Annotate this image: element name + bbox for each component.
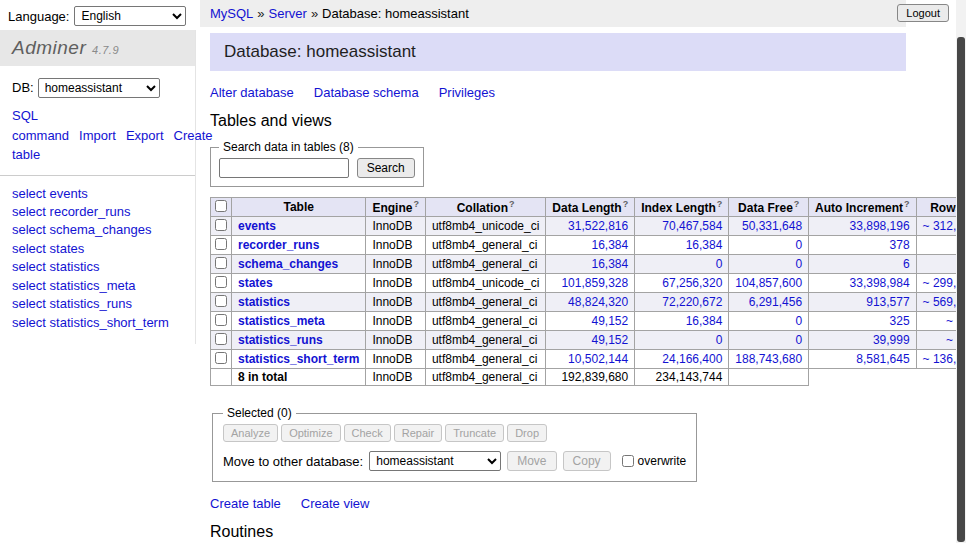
analyze-button[interactable]: Analyze: [223, 424, 278, 442]
auto-increment-link[interactable]: 8,581,645: [856, 352, 909, 366]
breadcrumb-link-server[interactable]: Server: [269, 6, 307, 21]
data-length-link[interactable]: 48,824,320: [568, 295, 628, 309]
create-link-create-table[interactable]: Create table: [210, 496, 281, 511]
table-link-statistics-meta[interactable]: statistics_meta: [238, 314, 325, 328]
data-free-link[interactable]: 0: [795, 314, 802, 328]
auto-increment-link[interactable]: 6: [903, 257, 910, 271]
table-link-schema-changes[interactable]: schema_changes: [238, 257, 338, 271]
row-checkbox[interactable]: [215, 276, 227, 288]
index-length-link[interactable]: 67,256,320: [662, 276, 722, 290]
scrollbar-thumb[interactable]: [957, 37, 965, 542]
data-free-link[interactable]: 0: [795, 257, 802, 271]
sidebar-select-statistics-meta[interactable]: select statistics_meta: [12, 277, 195, 295]
db-select[interactable]: homeassistant: [38, 78, 160, 98]
data-free-link[interactable]: 188,743,680: [735, 352, 802, 366]
data-free-cell: 0: [729, 236, 809, 255]
data-free-link[interactable]: 0: [795, 333, 802, 347]
table-link-statistics[interactable]: statistics: [238, 295, 290, 309]
auto-increment-link[interactable]: 33,398,984: [850, 276, 910, 290]
logout-button[interactable]: Logout: [897, 4, 949, 22]
data-length-link[interactable]: 49,152: [591, 333, 628, 347]
column-header-data-free[interactable]: Data Free?: [729, 198, 809, 217]
sidebar-select-statistics-short-term[interactable]: select statistics_short_term: [12, 314, 195, 332]
sidebar-action-sql-command[interactable]: SQL command: [12, 108, 69, 143]
row-checkbox[interactable]: [215, 257, 227, 269]
overwrite-checkbox[interactable]: [622, 455, 634, 467]
data-length-link[interactable]: 101,859,328: [561, 276, 628, 290]
auto-increment-link[interactable]: 378: [890, 238, 910, 252]
sidebar-action-import[interactable]: Import: [79, 128, 116, 143]
table-link-events[interactable]: events: [238, 219, 276, 233]
help-icon[interactable]: ?: [413, 199, 419, 209]
search-button[interactable]: Search: [357, 158, 415, 178]
data-free-link[interactable]: 6,291,456: [749, 295, 802, 309]
help-icon[interactable]: ?: [717, 199, 723, 209]
index-length-link[interactable]: 16,384: [686, 238, 723, 252]
optimize-button[interactable]: Optimize: [281, 424, 340, 442]
column-header-engine[interactable]: Engine?: [366, 198, 426, 217]
select-all-checkbox[interactable]: [215, 200, 227, 212]
sidebar-action-export[interactable]: Export: [126, 128, 164, 143]
sidebar-select-events[interactable]: select events: [12, 185, 195, 203]
column-header-table[interactable]: Table: [232, 198, 366, 217]
data-length-link[interactable]: 16,384: [591, 238, 628, 252]
db-action-database-schema[interactable]: Database schema: [314, 85, 419, 100]
move-db-select[interactable]: homeassistant: [369, 451, 501, 471]
row-checkbox[interactable]: [215, 352, 227, 364]
data-length-link[interactable]: 31,522,816: [568, 219, 628, 233]
table-link-statistics-runs[interactable]: statistics_runs: [238, 333, 323, 347]
sidebar-select-schema-changes[interactable]: select schema_changes: [12, 221, 195, 239]
index-length-link[interactable]: 72,220,672: [662, 295, 722, 309]
language-select[interactable]: English: [74, 6, 186, 26]
row-checkbox[interactable]: [215, 219, 227, 231]
create-link-create-view[interactable]: Create view: [301, 496, 370, 511]
sidebar-select-statistics-runs[interactable]: select statistics_runs: [12, 295, 195, 313]
row-checkbox[interactable]: [215, 295, 227, 307]
index-length-link[interactable]: 70,467,584: [662, 219, 722, 233]
column-header-index-length[interactable]: Index Length?: [635, 198, 729, 217]
index-length-link[interactable]: 0: [716, 333, 723, 347]
move-button[interactable]: Move: [507, 451, 556, 471]
row-checkbox[interactable]: [215, 314, 227, 326]
row-checkbox[interactable]: [215, 238, 227, 250]
table-link-states[interactable]: states: [238, 276, 273, 290]
copy-button[interactable]: Copy: [563, 451, 611, 471]
help-icon[interactable]: ?: [623, 199, 629, 209]
check-button[interactable]: Check: [344, 424, 391, 442]
repair-button[interactable]: Repair: [394, 424, 442, 442]
index-length-link[interactable]: 24,166,400: [662, 352, 722, 366]
help-icon[interactable]: ?: [794, 199, 800, 209]
drop-button[interactable]: Drop: [507, 424, 547, 442]
table-link-recorder-runs[interactable]: recorder_runs: [238, 238, 319, 252]
table-link-statistics-short-term[interactable]: statistics_short_term: [238, 352, 359, 366]
index-length-link[interactable]: 16,384: [686, 314, 723, 328]
db-action-alter-database[interactable]: Alter database: [210, 85, 294, 100]
help-icon[interactable]: ?: [904, 199, 910, 209]
auto-increment-link[interactable]: 325: [890, 314, 910, 328]
data-length-link[interactable]: 49,152: [591, 314, 628, 328]
help-icon[interactable]: ?: [509, 199, 515, 209]
auto-increment-link[interactable]: 33,898,196: [850, 219, 910, 233]
row-checkbox[interactable]: [215, 333, 227, 345]
breadcrumb-link-mysql[interactable]: MySQL: [210, 6, 253, 21]
auto-increment-link[interactable]: 913,577: [866, 295, 909, 309]
search-input[interactable]: [219, 158, 349, 178]
sidebar-select-states[interactable]: select states: [12, 240, 195, 258]
data-length-link[interactable]: 16,384: [591, 257, 628, 271]
scrollbar[interactable]: [956, 0, 966, 543]
data-free-link[interactable]: 50,331,648: [742, 219, 802, 233]
column-header-auto-increment[interactable]: Auto Increment?: [809, 198, 917, 217]
data-free-link[interactable]: 0: [795, 238, 802, 252]
column-header-data-length[interactable]: Data Length?: [546, 198, 635, 217]
sidebar-select-recorder-runs[interactable]: select recorder_runs: [12, 203, 195, 221]
db-action-privileges[interactable]: Privileges: [439, 85, 495, 100]
sidebar-select-statistics[interactable]: select statistics: [12, 258, 195, 276]
table-row: statistics_runsInnoDButf8mb4_general_ci4…: [211, 331, 966, 350]
data-length-link[interactable]: 10,502,144: [568, 352, 628, 366]
column-header-collation[interactable]: Collation?: [425, 198, 545, 217]
index-length-link[interactable]: 0: [716, 257, 723, 271]
engine-cell: InnoDB: [366, 369, 426, 386]
auto-increment-link[interactable]: 39,999: [873, 333, 910, 347]
data-free-link[interactable]: 104,857,600: [735, 276, 802, 290]
truncate-button[interactable]: Truncate: [445, 424, 504, 442]
